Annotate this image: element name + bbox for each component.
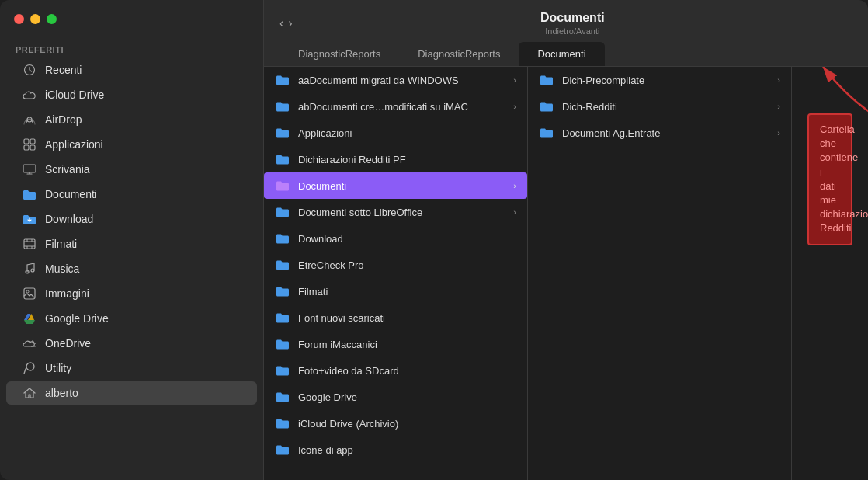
folder-icon	[275, 99, 290, 114]
sidebar-item-onedrive[interactable]: OneDrive	[6, 332, 257, 355]
folder-item[interactable]: Dich-Redditi ›	[528, 93, 791, 120]
header: ‹ › Documenti Indietro/Avanti Diagnostic…	[264, 0, 868, 67]
folder-item[interactable]: Applicazioni	[264, 120, 527, 146]
svg-rect-3	[30, 139, 35, 144]
folder-icon	[275, 204, 290, 220]
folder-item[interactable]: aaDocumenti migrati da WINDOWS ›	[264, 67, 527, 93]
sidebar-item-alberto[interactable]: alberto	[6, 381, 257, 405]
folder-item[interactable]: Forum iMaccanici	[264, 331, 527, 357]
folder-item[interactable]: iCloud Drive (Archivio)	[264, 410, 527, 437]
folder-arrow: ›	[513, 207, 516, 217]
sidebar: Preferiti Recenti iCloud Drive AirD	[0, 0, 264, 480]
folder-item[interactable]: Documenti ›	[264, 172, 527, 199]
sidebar-label-filmati: Filmati	[45, 238, 77, 250]
folder-arrow: ›	[777, 102, 780, 111]
folder-icon	[539, 99, 554, 114]
folder-name: abDocumenti cre…modificati su iMAC	[298, 101, 510, 113]
nav-arrows: ‹ ›	[279, 16, 293, 30]
folder-name: Foto+video da SDcard	[298, 365, 516, 377]
folder-arrow: ›	[513, 75, 516, 85]
tab-diagnosticreports-1[interactable]: DiagnosticReports	[279, 42, 399, 66]
main-content: ‹ › Documenti Indietro/Avanti Diagnostic…	[264, 0, 868, 480]
folder-arrow: ›	[513, 181, 516, 190]
sidebar-item-utility[interactable]: Utility	[6, 357, 257, 380]
apps-icon	[22, 137, 37, 152]
sidebar-label-gdrive: Google Drive	[45, 312, 109, 325]
back-button[interactable]: ‹	[279, 16, 283, 30]
folder-item[interactable]: Download	[264, 225, 527, 252]
svg-rect-6	[23, 165, 36, 172]
sidebar-label-utility: Utility	[45, 362, 71, 374]
gdrive-icon	[22, 311, 37, 326]
folder-item[interactable]: Filmati	[264, 278, 527, 304]
svg-point-11	[26, 290, 29, 293]
sidebar-item-musica[interactable]: Musica	[6, 257, 257, 280]
sidebar-item-filmati[interactable]: Filmati	[6, 232, 257, 256]
folder-name: Forum iMaccanici	[298, 339, 516, 350]
sidebar-label-download: Download	[45, 213, 93, 225]
movies-icon	[22, 236, 37, 252]
sidebar-label-immagini: Immagini	[45, 287, 89, 300]
sidebar-label-applicazioni: Applicazioni	[45, 138, 103, 151]
folder-item[interactable]: Dichiarazioni Redditi PF	[264, 146, 527, 172]
sidebar-item-scrivania[interactable]: Scrivania	[6, 158, 257, 181]
tabs-row: DiagnosticReports DiagnosticReports Docu…	[279, 42, 852, 66]
clock-icon	[22, 62, 37, 78]
sidebar-item-recenti[interactable]: Recenti	[6, 58, 257, 82]
svg-point-9	[31, 269, 34, 272]
folder-icon	[275, 257, 290, 273]
sidebar-item-airdrop[interactable]: AirDrop	[6, 108, 257, 131]
folder-icon	[275, 363, 290, 378]
folder-icon	[275, 125, 290, 141]
folder-name: Dich-Redditi	[562, 101, 774, 113]
tab-documenti[interactable]: Documenti	[519, 42, 604, 66]
folder-item[interactable]: Google Drive	[264, 384, 527, 410]
folder-name: iCloud Drive (Archivio)	[298, 418, 516, 430]
folder-icon	[275, 310, 290, 325]
folder-icon	[275, 283, 290, 299]
folder-name: Filmati	[298, 286, 516, 297]
folder-arrow: ›	[777, 75, 780, 85]
sidebar-label-alberto: alberto	[45, 387, 78, 399]
folder-item[interactable]: EtreCheck Pro	[264, 252, 527, 278]
sidebar-item-immagini[interactable]: Immagini	[6, 282, 257, 305]
folder-icon	[275, 72, 290, 88]
folder-icon	[22, 186, 37, 202]
folder-icon	[275, 336, 290, 352]
folder-name: Font nuovi scaricati	[298, 312, 516, 324]
folder-name: Icone di app	[298, 444, 516, 456]
columns-container: aaDocumenti migrati da WINDOWS › abDocum…	[264, 67, 868, 480]
sidebar-label-scrivania: Scrivania	[45, 163, 90, 176]
music-icon	[22, 261, 37, 277]
folder-item[interactable]: abDocumenti cre…modificati su iMAC ›	[264, 93, 527, 120]
folder-name: EtreCheck Pro	[298, 259, 516, 271]
home-icon	[22, 385, 37, 401]
folder-item[interactable]: Documenti sotto LibreOffice ›	[264, 199, 527, 225]
close-button[interactable]	[14, 14, 24, 24]
sidebar-item-applicazioni[interactable]: Applicazioni	[6, 133, 257, 156]
folder-name: Google Drive	[298, 391, 516, 403]
sidebar-label-musica: Musica	[45, 263, 79, 275]
maximize-button[interactable]	[47, 14, 57, 24]
onedrive-icon	[22, 336, 37, 351]
sidebar-item-icloud[interactable]: iCloud Drive	[6, 83, 257, 106]
sidebar-item-download[interactable]: Download	[6, 207, 257, 231]
minimize-button[interactable]	[30, 14, 40, 24]
sidebar-item-documenti[interactable]: Documenti	[6, 183, 257, 206]
sidebar-label-documenti: Documenti	[45, 188, 97, 200]
folder-item[interactable]: Dich-Precompilate ›	[528, 67, 791, 93]
tab-diagnosticreports-2[interactable]: DiagnosticReports	[399, 42, 519, 66]
folder-icon	[539, 72, 554, 88]
folder-item[interactable]: Icone di app	[264, 437, 527, 463]
folder-icon	[275, 178, 290, 193]
folder-item[interactable]: Foto+video da SDcard	[264, 357, 527, 384]
folder-item[interactable]: Documenti Ag.Entrate ›	[528, 120, 791, 146]
folder-icon	[275, 151, 290, 167]
column-3: Cartella che contiene i dati mie dichiar…	[792, 67, 868, 480]
sidebar-item-gdrive[interactable]: Google Drive	[6, 307, 257, 330]
desktop-icon	[22, 162, 37, 177]
utility-icon	[22, 360, 37, 376]
folder-item[interactable]: Font nuovi scaricati	[264, 304, 527, 331]
photos-icon	[22, 286, 37, 301]
window-subtitle: Indietro/Avanti	[293, 26, 852, 36]
